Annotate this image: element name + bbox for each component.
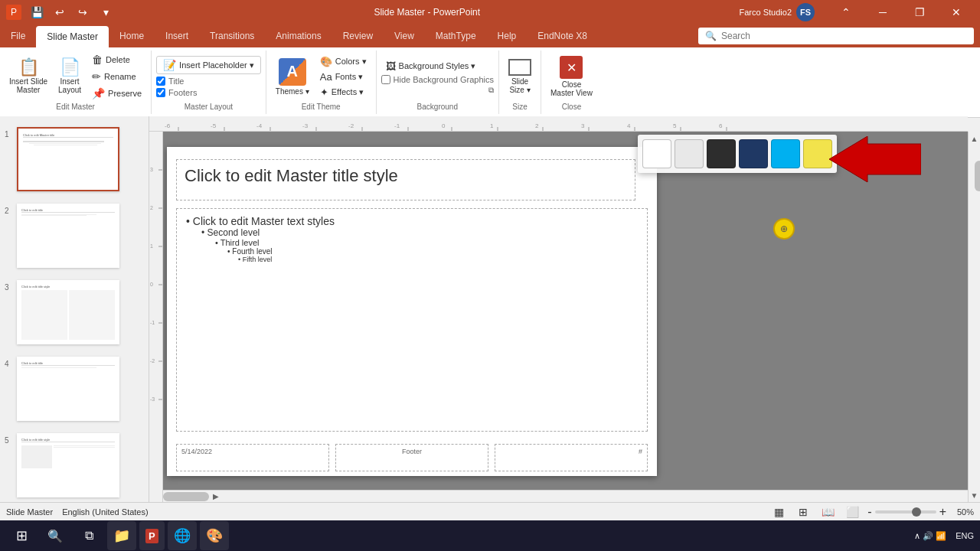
- zoom-slider-thumb[interactable]: [912, 507, 921, 517]
- hide-background-checkbox[interactable]: [381, 75, 390, 84]
- tab-slide-master[interactable]: Slide Master: [36, 26, 109, 47]
- tab-review[interactable]: Review: [332, 24, 384, 47]
- title-checkbox[interactable]: [156, 77, 165, 86]
- scroll-right-button[interactable]: ▶: [211, 491, 221, 502]
- taskbar-powerpoint[interactable]: P: [139, 521, 165, 550]
- task-view-icon: ⧉: [85, 529, 93, 543]
- slide-thumb-4[interactable]: Click to edit title: [17, 357, 119, 421]
- tab-view[interactable]: View: [384, 24, 425, 47]
- background-dialog-launcher[interactable]: ⧉: [488, 86, 494, 95]
- svg-text:-1: -1: [394, 122, 400, 129]
- tab-transitions[interactable]: Transitions: [199, 24, 265, 47]
- close-master-view-button[interactable]: ✕ CloseMaster View: [546, 54, 597, 99]
- footers-checkbox-area: Footers: [156, 88, 197, 97]
- svg-marker-42: [829, 136, 921, 182]
- tab-help[interactable]: Help: [487, 24, 528, 47]
- delete-button[interactable]: 🗑 Delete: [87, 52, 146, 67]
- swatch-white[interactable]: [642, 139, 671, 168]
- fonts-button[interactable]: Aa Fonts ▾: [315, 70, 371, 84]
- normal-view-button[interactable]: ▦: [769, 504, 788, 520]
- tab-insert[interactable]: Insert: [155, 24, 199, 47]
- user-area[interactable]: Farco Studio2 FS: [732, 3, 822, 21]
- themes-icon: A: [279, 58, 306, 86]
- tab-mathtype[interactable]: MathType: [425, 24, 487, 47]
- svg-text:6: 6: [719, 122, 723, 129]
- footer-right: #: [495, 444, 648, 471]
- zoom-slider[interactable]: [875, 510, 936, 514]
- close-master-view-icon: ✕: [560, 56, 583, 79]
- footer-date: 5/14/2022: [176, 444, 329, 471]
- search-taskbar-icon: 🔍: [47, 529, 63, 543]
- undo-button[interactable]: ↩: [49, 2, 70, 23]
- body-level1: • Click to edit Master text styles: [186, 215, 638, 227]
- swatch-light-gray[interactable]: [675, 139, 704, 168]
- taskbar-app-4[interactable]: 🎨: [200, 521, 229, 550]
- tab-animations[interactable]: Animations: [265, 24, 332, 47]
- reading-view-button[interactable]: 📖: [818, 504, 837, 520]
- slide-number-1: 1: [5, 130, 9, 139]
- slide-thumb-3[interactable]: Click to edit title style: [17, 280, 119, 344]
- tab-home[interactable]: Home: [109, 24, 155, 47]
- taskbar-file-explorer[interactable]: 📁: [107, 521, 136, 550]
- swatch-dark-blue[interactable]: [739, 139, 768, 168]
- search-input[interactable]: [721, 31, 967, 41]
- swatch-dark[interactable]: [707, 139, 736, 168]
- slide-thumb-1[interactable]: Click to edit Master title: [17, 127, 119, 191]
- ribbon-collapse-button[interactable]: ⌃: [828, 0, 864, 24]
- scroll-thumb-h[interactable]: [163, 492, 209, 501]
- scroll-thumb-v[interactable]: [975, 161, 981, 191]
- save-button[interactable]: 💾: [26, 2, 47, 23]
- search-icon: 🔍: [705, 31, 717, 41]
- minimize-button[interactable]: ─: [865, 0, 900, 24]
- insert-slide-master-button[interactable]: 📋 Insert SlideMaster: [5, 57, 52, 96]
- start-button[interactable]: ⊞: [6, 521, 37, 550]
- ribbon-content: 📋 Insert SlideMaster 📄 InsertLayout 🗑 De…: [0, 47, 980, 117]
- scroll-up-button[interactable]: ▲: [969, 133, 980, 144]
- customize-qat-button[interactable]: ▾: [95, 2, 116, 23]
- red-arrow: [829, 136, 921, 194]
- delete-icon: 🗑: [92, 54, 103, 66]
- group-master-layout: 📝 Insert Placeholder ▾ Title Footers Mas…: [152, 51, 266, 114]
- vertical-scrollbar[interactable]: ▲ ▼: [968, 132, 980, 502]
- swatch-yellow[interactable]: [803, 139, 832, 168]
- restore-button[interactable]: ❐: [902, 0, 937, 24]
- slide-size-button[interactable]: SlideSize ▾: [504, 57, 536, 96]
- slide-sorter-button[interactable]: ⊞: [794, 504, 812, 520]
- zoom-in-button[interactable]: +: [939, 505, 946, 519]
- presenter-view-button[interactable]: ⬜: [843, 504, 861, 520]
- zoom-out-button[interactable]: -: [867, 505, 871, 519]
- tab-file[interactable]: File: [0, 24, 36, 47]
- preserve-button[interactable]: 📌 Preserve: [87, 86, 146, 101]
- footers-label: Footers: [168, 88, 197, 97]
- svg-rect-0: [149, 116, 968, 132]
- swatch-cyan[interactable]: [771, 139, 800, 168]
- themes-button[interactable]: A Themes ▾: [271, 57, 314, 97]
- taskbar-chrome[interactable]: 🌐: [168, 521, 197, 550]
- close-label: Close: [546, 101, 597, 112]
- insert-placeholder-button[interactable]: 📝 Insert Placeholder ▾: [156, 56, 261, 74]
- slide-thumb-2[interactable]: Click to edit title: [17, 204, 119, 268]
- slide-number-2: 2: [5, 207, 9, 215]
- insert-layout-button[interactable]: 📄 InsertLayout: [54, 57, 86, 96]
- svg-text:-4: -4: [256, 122, 263, 129]
- slide-number-3: 3: [5, 283, 9, 292]
- rename-button[interactable]: ✏ Rename: [87, 69, 146, 84]
- window-title: Slide Master - PowerPoint: [122, 7, 732, 18]
- tab-endnote[interactable]: EndNote X8: [527, 24, 598, 47]
- horizontal-scrollbar[interactable]: ◀ ▶: [149, 490, 968, 502]
- svg-text:-2: -2: [150, 358, 155, 364]
- slide-thumb-5[interactable]: Click to edit title style: [17, 433, 119, 497]
- colors-button[interactable]: 🎨 Colors ▾: [315, 54, 371, 69]
- redo-button[interactable]: ↪: [72, 2, 93, 23]
- insert-placeholder-icon: 📝: [163, 59, 176, 71]
- close-button[interactable]: ✕: [939, 0, 974, 24]
- task-view-button[interactable]: ⧉: [74, 521, 104, 550]
- effects-button[interactable]: ✦ Effects ▾: [315, 85, 371, 99]
- search-taskbar-button[interactable]: 🔍: [40, 521, 70, 550]
- slide-canvas[interactable]: Click to edit Master title style • Click…: [167, 147, 657, 476]
- footers-checkbox[interactable]: [156, 88, 165, 97]
- slide-body-box: • Click to edit Master text styles • Sec…: [176, 208, 648, 432]
- svg-text:0: 0: [150, 282, 153, 287]
- scroll-down-button[interactable]: ▼: [969, 490, 980, 500]
- background-styles-button[interactable]: 🖼 Background Styles ▾: [381, 59, 481, 73]
